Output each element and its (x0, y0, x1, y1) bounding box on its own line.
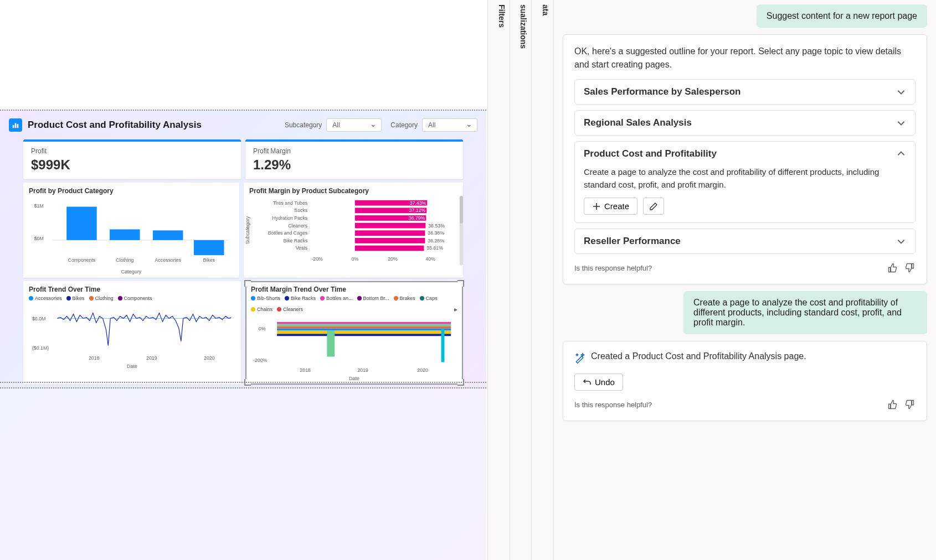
chevron-down-icon (896, 236, 906, 246)
chart-legend: Accessories Bikes Clothing Components (29, 295, 235, 301)
svg-text:2018: 2018 (89, 355, 100, 361)
svg-text:37.12%: 37.12% (409, 208, 426, 213)
svg-rect-52 (277, 334, 451, 336)
svg-text:Cleaners: Cleaners (288, 223, 308, 229)
thumbs-up-button[interactable] (887, 398, 899, 411)
pane-filters[interactable]: Filters (488, 0, 510, 560)
chart-title: Profit by Product Category (29, 187, 234, 195)
kpi-profit-label: Profit (31, 147, 233, 155)
feedback-prompt: Is this response helpful? (574, 401, 652, 409)
chart-title: Profit Margin by Product Subcategory (249, 187, 454, 195)
thumbs-up-button[interactable] (887, 262, 899, 274)
x-axis-label: Date (251, 376, 457, 381)
topic-title: Product Cost and Profitability (584, 148, 717, 159)
assistant-intro-text: OK, here's a suggested outline for your … (574, 45, 916, 71)
chart-margin-by-subcategory[interactable]: Profit Margin by Product Subcategory Sub… (244, 183, 463, 278)
topic-regional-sales[interactable]: Regional Sales Analysis (574, 110, 916, 136)
chart-profit-by-category[interactable]: Profit by Product Category $1M $0M Compo… (23, 183, 239, 278)
svg-text:36.36%: 36.36% (428, 230, 444, 236)
svg-text:Socks: Socks (294, 208, 307, 213)
svg-text:Bottles and Cages: Bottles and Cages (268, 230, 308, 236)
report-canvas[interactable]: Product Cost and Profitability Analysis … (0, 0, 487, 560)
resize-handle[interactable] (244, 280, 251, 287)
svg-text:37.43%: 37.43% (410, 200, 426, 206)
svg-text:Accessories: Accessories (155, 257, 182, 263)
svg-rect-26 (355, 238, 425, 243)
svg-rect-6 (66, 207, 97, 240)
topic-reseller-performance[interactable]: Reseller Performance (574, 229, 916, 254)
svg-text:40%: 40% (425, 256, 435, 262)
svg-text:36.53%: 36.53% (428, 223, 445, 229)
filter-subcategory-label: Subcategory (285, 121, 322, 129)
chart-title: Profit Trend Over Time (29, 286, 235, 293)
report-page[interactable]: Product Cost and Profitability Analysis … (0, 111, 486, 392)
y-axis-label: Subcategory (245, 216, 250, 245)
assistant-response: OK, here's a suggested outline for your … (563, 34, 927, 284)
assistant-status: Created a Product Cost and Profitability… (563, 341, 927, 421)
status-text: Created a Product Cost and Profitability… (591, 351, 806, 361)
kpi-margin[interactable]: Profit Margin 1.29% (245, 139, 463, 179)
kpi-margin-label: Profit Margin (253, 147, 455, 155)
svg-rect-8 (153, 230, 183, 240)
x-axis-label: Date (29, 364, 235, 369)
svg-rect-27 (355, 246, 424, 251)
svg-rect-9 (194, 240, 224, 255)
edit-button[interactable] (643, 198, 664, 215)
filter-category: Category All (390, 118, 477, 132)
x-axis-label: Category (29, 269, 234, 274)
filter-subcategory-select[interactable]: All (326, 118, 382, 132)
kpi-profit[interactable]: Profit $999K (23, 139, 241, 179)
filter-subcategory: Subcategory All (285, 118, 382, 132)
chevron-up-icon (896, 149, 906, 159)
topic-title: Reseller Performance (584, 236, 681, 247)
page-title: Product Cost and Profitability Analysis (28, 120, 202, 131)
svg-text:-20%: -20% (311, 256, 323, 262)
pane-data[interactable]: ata (532, 0, 554, 560)
svg-text:($0.1M): ($0.1M) (32, 345, 49, 351)
svg-rect-48 (277, 324, 451, 326)
svg-rect-7 (110, 229, 140, 240)
svg-text:Hydration Packs: Hydration Packs (272, 215, 307, 221)
topic-title: Sales Performance by Salesperson (584, 86, 740, 97)
topic-product-cost[interactable]: Product Cost and Profitability Create a … (574, 141, 916, 223)
chart-profit-trend[interactable]: Profit Trend Over Time Accessories Bikes… (23, 281, 241, 385)
resize-handle[interactable] (457, 280, 464, 287)
side-panes: Filters sualizations ata (487, 0, 554, 560)
pane-visualizations[interactable]: sualizations (510, 0, 532, 560)
filter-category-select[interactable]: All (422, 118, 477, 132)
svg-text:-200%: -200% (253, 357, 268, 363)
chart-scrollbar[interactable] (460, 196, 463, 266)
wand-icon (574, 352, 585, 366)
chart-margin-trend[interactable]: Profit Margin Trend Over Time Bib-Shorts… (245, 281, 463, 385)
undo-button[interactable]: Undo (574, 374, 623, 391)
canvas-divider-bottom (0, 382, 486, 388)
create-button[interactable]: Create (584, 198, 637, 215)
svg-text:Tires and Tubes: Tires and Tubes (273, 200, 308, 206)
user-message: Suggest content for a new report page (757, 4, 927, 28)
pencil-icon (649, 202, 658, 211)
thumbs-down-button[interactable] (903, 262, 916, 274)
kpi-profit-value: $999K (31, 157, 233, 173)
svg-text:Components: Components (68, 257, 96, 263)
svg-text:$0.0M: $0.0M (32, 316, 46, 322)
chevron-down-icon (896, 87, 906, 97)
plus-icon (592, 202, 601, 211)
svg-rect-25 (355, 230, 425, 236)
legend-overflow-icon[interactable]: ▸ (454, 305, 457, 313)
svg-rect-54 (441, 328, 445, 362)
undo-icon (583, 378, 592, 387)
topic-title: Regional Sales Analysis (584, 117, 692, 128)
svg-text:36.79%: 36.79% (409, 215, 425, 221)
canvas-below (0, 388, 486, 560)
svg-text:2019: 2019 (146, 355, 157, 361)
thumbs-down-button[interactable] (903, 398, 916, 411)
svg-rect-53 (327, 330, 335, 356)
svg-rect-47 (277, 322, 451, 324)
svg-rect-49 (277, 326, 451, 328)
feedback-prompt: Is this response helpful? (574, 264, 652, 272)
topic-sales-performance[interactable]: Sales Performance by Salesperson (574, 79, 916, 105)
chart-legend: Bib-Shorts Bike Racks Bottles an... Bott… (251, 295, 457, 313)
user-message: Create a page to analyze the cost and pr… (683, 291, 927, 334)
svg-text:2019: 2019 (357, 367, 368, 373)
svg-rect-50 (277, 328, 451, 330)
